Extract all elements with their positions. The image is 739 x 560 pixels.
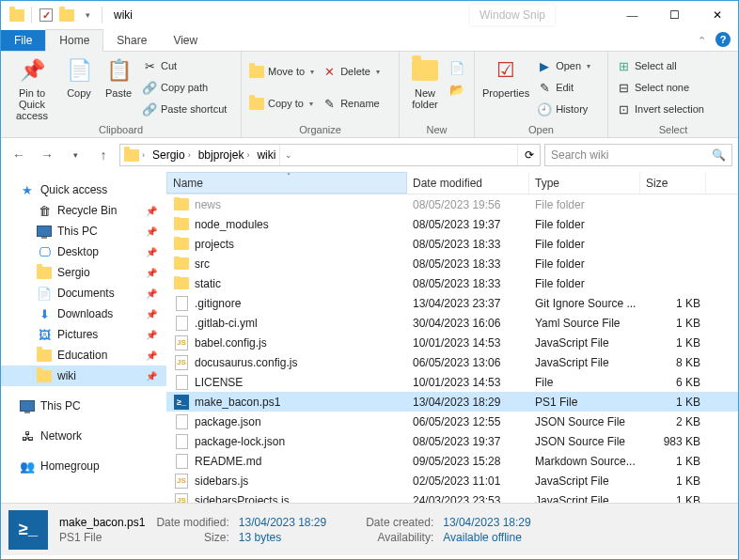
nav-downloads[interactable]: ⬇Downloads📌: [1, 303, 166, 324]
back-button[interactable]: ←: [7, 143, 31, 167]
pin-to-quick-access-button[interactable]: 📌 Pin to Quick access: [5, 54, 59, 123]
details-pane: ≥_ make_bacon.ps1 PS1 File Date modified…: [1, 503, 738, 555]
nav-documents[interactable]: 📄Documents📌: [1, 283, 166, 303]
file-name: package-lock.json: [195, 435, 285, 448]
move-to-button[interactable]: Move to▾: [247, 61, 316, 82]
file-row[interactable]: .gitignore13/04/2023 23:37Git Ignore Sou…: [166, 293, 738, 313]
file-row[interactable]: JSsidebarsProjects.js24/03/2023 23:53Jav…: [166, 490, 738, 503]
js-file-icon: JS: [174, 493, 189, 504]
paste-icon: 📋: [103, 55, 134, 86]
file-date: 02/05/2023 11:01: [407, 474, 529, 488]
folder-icon: [174, 197, 189, 212]
minimize-button[interactable]: —: [611, 1, 653, 29]
nav-education[interactable]: Education📌: [1, 345, 166, 366]
delete-button[interactable]: ✕Delete▾: [320, 61, 382, 82]
file-name: package.json: [195, 415, 261, 428]
nav-desktop[interactable]: 🖵Desktop📌: [1, 241, 166, 262]
file-row[interactable]: package.json06/05/2023 12:55JSON Source …: [166, 412, 738, 431]
new-folder-icon: [410, 55, 440, 86]
file-row[interactable]: static08/05/2023 18:33File folder: [166, 273, 738, 293]
open-icon: ▶: [537, 58, 552, 73]
nav-wiki[interactable]: wiki📌: [1, 366, 166, 386]
file-row[interactable]: .gitlab-ci.yml30/04/2023 16:06Yaml Sourc…: [166, 313, 738, 333]
edit-button[interactable]: ✎Edit: [535, 77, 592, 98]
file-list[interactable]: news08/05/2023 19:56File foldernode_modu…: [166, 194, 738, 503]
file-row[interactable]: JSdocusaurus.config.js06/05/2023 13:06Ja…: [166, 352, 738, 372]
breadcrumb-root-icon: [124, 149, 139, 162]
qat-properties-icon[interactable]: ✓: [36, 5, 56, 25]
properties-button[interactable]: ☑ Properties: [479, 54, 533, 101]
file-row[interactable]: package-lock.json08/05/2023 19:37JSON So…: [166, 431, 738, 451]
pin-icon: 📌: [146, 350, 157, 361]
downloads-icon: ⬇: [37, 306, 52, 321]
new-folder-button[interactable]: New folder: [403, 54, 447, 112]
invert-selection-button[interactable]: ⊡Invert selection: [614, 99, 706, 119]
group-open-label: Open: [475, 124, 607, 137]
file-date: 08/05/2023 19:37: [407, 435, 529, 448]
forward-button[interactable]: →: [35, 143, 59, 167]
file-type: JSON Source File: [529, 415, 640, 428]
copy-path-button[interactable]: 🔗Copy path: [140, 77, 228, 98]
file-row[interactable]: JSbabel.config.js10/01/2023 14:53JavaScr…: [166, 333, 738, 352]
file-date: 24/03/2023 23:53: [407, 494, 529, 504]
open-button[interactable]: ▶Open▾: [535, 55, 592, 76]
help-icon[interactable]: ?: [715, 32, 731, 47]
search-icon: 🔍: [712, 148, 726, 162]
file-row[interactable]: README.md09/05/2023 15:28Markdown Source…: [166, 451, 738, 471]
nav-homegroup[interactable]: 👥Homegroup: [1, 456, 166, 476]
nav-recycle-bin[interactable]: 🗑Recycle Bin📌: [1, 200, 166, 221]
file-row[interactable]: news08/05/2023 19:56File folder: [166, 194, 738, 214]
file-row[interactable]: LICENSE10/01/2023 14:53File6 KB: [166, 372, 738, 392]
rename-icon: ✎: [322, 96, 337, 111]
cut-button[interactable]: ✂Cut: [140, 55, 228, 76]
easy-access-button[interactable]: 📂: [448, 79, 465, 100]
col-date[interactable]: Date modified: [407, 172, 529, 194]
nav-this-pc[interactable]: This PC: [1, 396, 166, 416]
new-item-icon: 📄: [449, 60, 464, 75]
history-button[interactable]: 🕘History: [535, 99, 592, 119]
qat-newfolder-icon[interactable]: [56, 5, 77, 25]
nav-network[interactable]: 🖧Network: [1, 426, 166, 446]
refresh-button[interactable]: ⟳: [517, 145, 540, 165]
address-bar[interactable]: › Sergio› bbjprojek› wiki ⌄ ⟳: [119, 144, 541, 166]
tab-share[interactable]: Share: [103, 30, 160, 51]
pin-icon: 📌: [146, 288, 157, 299]
file-row[interactable]: src08/05/2023 18:33File folder: [166, 254, 738, 273]
qat-dropdown-icon[interactable]: ▾: [77, 5, 98, 25]
col-size[interactable]: Size: [640, 172, 706, 194]
col-name[interactable]: Name˄: [166, 172, 407, 194]
file-row[interactable]: node_modules08/05/2023 19:37File folder: [166, 214, 738, 234]
new-item-button[interactable]: 📄: [448, 57, 465, 78]
ribbon-collapse-icon[interactable]: ⌃: [692, 31, 712, 51]
copy-to-button[interactable]: Copy to▾: [247, 93, 316, 114]
pin-icon: 📌: [146, 247, 157, 257]
paste-button[interactable]: 📋 Paste: [99, 54, 138, 101]
paste-shortcut-button[interactable]: 🔗Paste shortcut: [140, 99, 228, 119]
address-dropdown-icon[interactable]: ⌄: [279, 145, 296, 165]
nav-this-pc-pinned[interactable]: This PC📌: [1, 221, 166, 241]
close-button[interactable]: ✕: [696, 1, 738, 29]
col-type[interactable]: Type: [529, 172, 640, 194]
tab-home[interactable]: Home: [45, 29, 103, 52]
chevron-down-icon: ▾: [587, 62, 590, 70]
nav-pictures[interactable]: 🖼Pictures📌: [1, 324, 166, 345]
rename-button[interactable]: ✎Rename: [320, 93, 382, 114]
select-none-button[interactable]: ⊟Select none: [614, 77, 706, 98]
select-all-button[interactable]: ⊞Select all: [614, 55, 706, 76]
js-file-icon: JS: [174, 335, 189, 350]
maximize-button[interactable]: ☐: [653, 1, 696, 29]
file-row[interactable]: projects08/05/2023 18:33File folder: [166, 234, 738, 254]
details-created-label: Date created:: [366, 516, 433, 529]
search-input[interactable]: Search wiki 🔍: [544, 144, 732, 166]
file-icon: [174, 375, 189, 390]
recent-dropdown[interactable]: ▾: [63, 143, 87, 167]
nav-sergio[interactable]: Sergio📌: [1, 262, 166, 283]
copy-button[interactable]: 📄 Copy: [59, 54, 99, 101]
file-row[interactable]: ≥_make_bacon.ps113/04/2023 18:29PS1 File…: [166, 392, 738, 412]
file-row[interactable]: JSsidebars.js02/05/2023 11:01JavaScript …: [166, 471, 738, 490]
navigation-pane: ★Quick access 🗑Recycle Bin📌 This PC📌 🖵De…: [1, 172, 166, 503]
nav-quick-access[interactable]: ★Quick access: [1, 179, 166, 200]
tab-view[interactable]: View: [160, 30, 211, 51]
tab-file[interactable]: File: [1, 30, 45, 51]
up-button[interactable]: ↑: [91, 143, 116, 167]
